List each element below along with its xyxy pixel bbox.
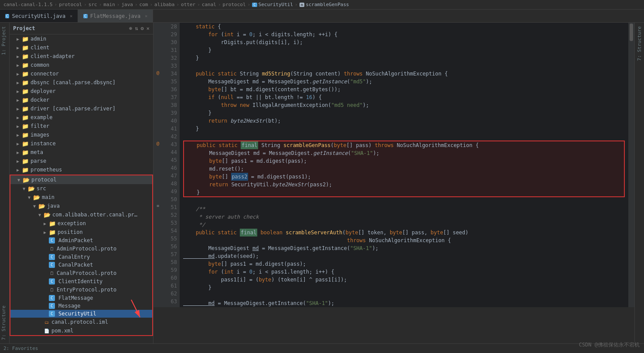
tree-item-example[interactable]: ▶ 📁 example	[10, 113, 153, 122]
code-line-38: throw new IllegalArgumentException("md5 …	[183, 101, 625, 109]
folder-icon: 📁	[22, 88, 29, 95]
tree-label: SecurityUtil	[58, 311, 96, 317]
breadcrumb-item[interactable]: com	[140, 2, 148, 7]
breadcrumb-item[interactable]: protocol	[59, 2, 82, 7]
tree-label: canal.protocol.iml	[51, 319, 108, 325]
folder-icon: 📁	[22, 140, 29, 147]
line-num-28: 28	[165, 23, 177, 31]
breadcrumb-item[interactable]: canal	[202, 2, 216, 7]
favorites-label[interactable]: 2: Favorites	[0, 346, 41, 351]
tree-label: admin	[31, 36, 46, 42]
code-line-50	[183, 197, 625, 205]
tree-item-admin-protocol-proto[interactable]: ▶ 🗒 AdminProtocol.proto	[10, 244, 152, 253]
tree-item-pom-xml[interactable]: ▶ 📄 pom.xml	[10, 326, 152, 335]
tree-item-java[interactable]: ▼ 📂 java	[10, 202, 152, 210]
folder-icon: 📁	[49, 229, 56, 236]
tree-item-com-alibaba[interactable]: ▼ 📂 com.alibaba.otter.canal.proto...	[10, 210, 152, 219]
tab-class-icon: C	[83, 14, 87, 18]
tree-label: CanalEntry	[58, 254, 90, 260]
tree-item-exception[interactable]: ▶ 📁 exception	[10, 219, 152, 228]
tab-security-util[interactable]: C SecurityUtil.java ✕	[0, 10, 78, 22]
tree-label: deployer	[31, 88, 56, 94]
tree-item-client[interactable]: ▶ 📁 client	[10, 43, 153, 52]
tree-item-parse[interactable]: ▶ 📁 parse	[10, 157, 153, 165]
add-icon[interactable]: ⊕	[129, 25, 132, 31]
file-tree: ▶ 📁 admin ▶ 📁 client ▶ 📁 client-adapter …	[10, 34, 153, 336]
close-icon[interactable]: ✕	[147, 25, 150, 31]
line-num-37: 37	[165, 93, 177, 101]
tab-close-icon[interactable]: ✕	[70, 14, 72, 18]
settings-icon[interactable]: ⚙	[141, 25, 144, 31]
breadcrumb-item[interactable]: alibaba	[154, 2, 174, 7]
method-highlight-region: public static final String scrambleGenPa…	[183, 141, 625, 197]
breadcrumb-item[interactable]: otter	[181, 2, 195, 7]
tree-item-deployer[interactable]: ▶ 📁 deployer	[10, 87, 153, 96]
tree-item-instance[interactable]: ▶ 📁 instance	[10, 139, 153, 148]
breadcrumb-item[interactable]: canal-canal-1.1.5	[3, 2, 53, 7]
tree-item-filter[interactable]: ▶ 📁 filter	[10, 122, 153, 130]
tree-item-client-adapter[interactable]: ▶ 📁 client-adapter	[10, 52, 153, 61]
tree-label: filter	[31, 123, 49, 129]
tree-item-connector[interactable]: ▶ 📁 connector	[10, 69, 153, 78]
tree-item-position[interactable]: ▶ 📁 position	[10, 228, 152, 236]
sidebar-actions: ⊕ ⇅ ⚙ ✕	[129, 25, 150, 31]
tree-item-prometheus[interactable]: ▶ 📁 prometheus	[10, 165, 153, 174]
breadcrumb-item[interactable]: java	[121, 2, 133, 7]
code-line-42	[183, 133, 625, 141]
structure-panel-label[interactable]: 7: Structure	[0, 302, 9, 343]
tree-item-main[interactable]: ▼ 📂 main	[10, 193, 152, 202]
folder-icon: 📁	[22, 166, 29, 173]
tree-arrow: ▶	[17, 37, 22, 41]
code-line-61: }	[183, 284, 625, 291]
tree-label: docker	[31, 97, 49, 103]
sidebar: Project ⊕ ⇅ ⚙ ✕ ▶ 📁 admin ▶ 📁	[10, 23, 153, 343]
line-num-62: 62	[165, 290, 177, 298]
tree-item-protocol[interactable]: ▼ 📂 protocol	[10, 175, 152, 184]
tree-label: dbsync [canal.parse.dbsync]	[31, 79, 116, 86]
tree-item-docker[interactable]: ▶ 📁 docker	[10, 96, 153, 104]
breadcrumb-item[interactable]: protocol	[223, 2, 246, 7]
tree-item-client-identity[interactable]: ▶ C ClientIdentity	[10, 278, 152, 285]
tree-arrow: ▶	[17, 54, 22, 59]
tree-item-canal-entry[interactable]: ▶ C CanalEntry	[10, 253, 152, 261]
tree-item-meta[interactable]: ▶ 📁 meta	[10, 148, 153, 157]
folder-icon: 📁	[22, 79, 29, 86]
tree-item-src[interactable]: ▼ 📂 src	[10, 184, 152, 193]
editor-scroll[interactable]: @ @ ≡	[153, 23, 634, 343]
method-icon: m	[300, 3, 304, 7]
editor-container: @ @ ≡	[153, 23, 634, 343]
line-num-56: 56	[165, 243, 177, 250]
tree-item-images[interactable]: ▶ 📁 images	[10, 130, 153, 139]
svg-line-1	[131, 300, 140, 317]
breadcrumb-item[interactable]: src	[89, 2, 97, 7]
folder-icon: 📁	[22, 131, 29, 138]
tree-item-canal-packet[interactable]: ▶ C CanalPacket	[10, 261, 152, 269]
class-file-icon: C	[49, 295, 55, 301]
tree-label: position	[58, 229, 83, 235]
right-scrollbar[interactable]	[628, 23, 634, 307]
structure-label[interactable]: 7: Structure	[636, 23, 643, 64]
scrollbar-thumb[interactable]	[630, 24, 633, 41]
code-line-43: public static final String scrambleGenPa…	[184, 141, 624, 149]
tree-item-driver[interactable]: ▶ 📁 driver [canal.parse.driver]	[10, 104, 153, 113]
class-file-icon: C	[49, 237, 55, 243]
tree-label: EntryProtocol.proto	[57, 287, 116, 293]
tree-item-entry-protocol-proto[interactable]: ▶ 🗒 EntryProtocol.proto	[10, 285, 152, 294]
breadcrumb-item[interactable]: main	[103, 2, 115, 7]
tree-arrow: ▼	[33, 204, 38, 209]
line-num-48: 48	[165, 180, 177, 188]
tree-label: main	[42, 194, 55, 200]
tree-item-canal-protocol-proto[interactable]: ▶ 🗒 CanalProtocol.proto	[10, 269, 152, 278]
tab-flat-message[interactable]: C FlatMessage.java ✕	[78, 10, 153, 22]
project-panel-label[interactable]: 1: Project	[0, 23, 9, 58]
tree-arrow: ▼	[17, 178, 23, 182]
class-icon: C	[252, 3, 257, 7]
tree-item-dbsync[interactable]: ▶ 📁 dbsync [canal.parse.dbsync]	[10, 78, 153, 87]
tree-arrow: ▶	[17, 80, 22, 85]
tree-item-common[interactable]: ▶ 📁 common	[10, 61, 153, 69]
tree-item-admin[interactable]: ▶ 📁 admin	[10, 34, 153, 43]
tree-item-admin-packet[interactable]: ▶ C AdminPacket	[10, 236, 152, 244]
sort-icon[interactable]: ⇅	[135, 25, 138, 31]
code-content[interactable]: static { for (int i = 0; i < digits.leng…	[180, 23, 628, 307]
tab-close-icon[interactable]: ✕	[145, 14, 147, 18]
